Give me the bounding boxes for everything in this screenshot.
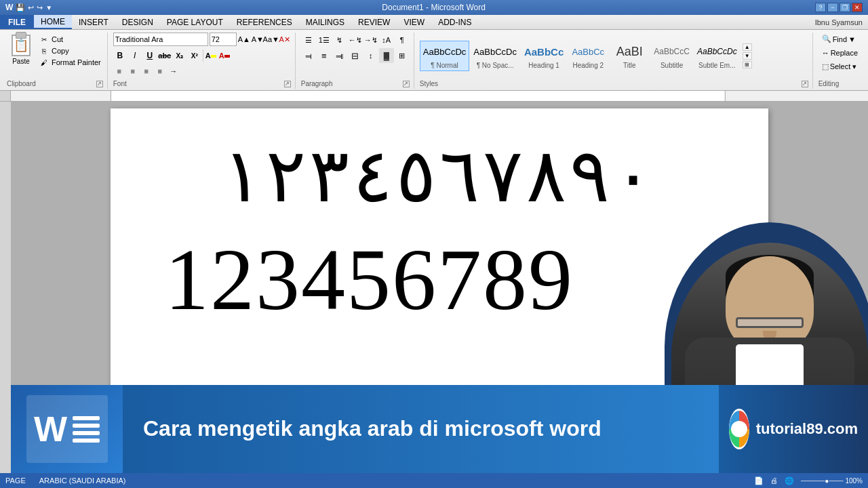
underline-button[interactable]: U: [143, 49, 157, 62]
word-lines: [73, 416, 100, 443]
align-center-button[interactable]: ≡: [127, 65, 139, 77]
menu-addins[interactable]: ADD-INS: [431, 15, 478, 29]
bullets-button[interactable]: ☰: [301, 33, 316, 47]
cut-button[interactable]: ✂ Cut: [37, 34, 103, 45]
tutorial-logo-center: [731, 421, 747, 437]
numbering-button[interactable]: 1☰: [317, 33, 332, 47]
line-spacing-button[interactable]: ↕: [363, 48, 378, 63]
font-color-button[interactable]: A: [218, 49, 231, 62]
font-expand[interactable]: ↗: [284, 81, 291, 87]
view-mode-print[interactable]: 🖨: [770, 476, 778, 485]
document-main: ١٢٣٤٥٦٧٨٩٠ 123456789: [11, 102, 868, 480]
menu-insert[interactable]: INSERT: [72, 15, 115, 29]
menu-page-layout[interactable]: PAGE LAYOUT: [160, 15, 230, 29]
file-menu[interactable]: FILE: [0, 15, 34, 29]
menu-home[interactable]: HOME: [34, 15, 72, 29]
find-button[interactable]: 🔍 Find ▼: [818, 33, 859, 45]
decrease-indent-button[interactable]: ←↯: [348, 33, 363, 47]
quick-redo[interactable]: ↪: [37, 3, 43, 12]
quick-more[interactable]: ▼: [45, 4, 52, 12]
ruler-area: [0, 91, 868, 102]
style-subtitle-label: Subtitle: [660, 62, 683, 69]
word-logo-box: W: [11, 385, 123, 473]
select-icon: ⬚: [822, 62, 829, 71]
help-button[interactable]: ?: [815, 3, 826, 12]
clipboard-small-buttons: ✂ Cut ⎘ Copy 🖌 Format Painter: [37, 33, 103, 68]
replace-button[interactable]: ↔ Replace: [818, 47, 861, 59]
font-shrink-button[interactable]: A▼: [252, 33, 264, 45]
align-right-para-button[interactable]: ⫥: [332, 48, 347, 63]
menu-view[interactable]: VIEW: [397, 15, 431, 29]
justify-para-button[interactable]: ⊟: [348, 48, 363, 63]
latin-numbers-text: 123456789: [165, 231, 714, 328]
style-subtleem-preview: AaBbCcDc: [697, 43, 737, 62]
sort-button[interactable]: ↕A: [379, 33, 394, 47]
select-button[interactable]: ⬚ Select ▾: [818, 60, 861, 73]
page-indicator[interactable]: PAGE: [5, 476, 26, 485]
shading-button[interactable]: ▓: [379, 48, 394, 63]
subscript-button[interactable]: X₂: [173, 49, 186, 62]
font-size-input[interactable]: [210, 33, 237, 46]
clipboard-expand[interactable]: ↗: [96, 81, 103, 87]
close-button[interactable]: ✕: [852, 3, 863, 12]
strikethrough-button[interactable]: abc: [158, 49, 172, 62]
menu-references[interactable]: REFERENCES: [230, 15, 299, 29]
font-family-input[interactable]: [113, 33, 208, 46]
align-left-button[interactable]: ≡: [113, 65, 125, 77]
style-subtle-em[interactable]: AaBbCcDc Subtle Em...: [694, 41, 741, 71]
style-title-preview: AaBI: [616, 43, 643, 62]
menu-mailings[interactable]: MAILINGS: [299, 15, 351, 29]
paste-button[interactable]: 📋 Paste: [7, 33, 35, 67]
align-left-para-button[interactable]: ⫤: [301, 48, 316, 63]
cut-label: Cut: [52, 35, 63, 43]
restore-button[interactable]: ❐: [840, 3, 850, 12]
horizontal-ruler: [11, 91, 868, 101]
menu-review[interactable]: REVIEW: [351, 15, 397, 29]
style-subtitle[interactable]: AaBbCcC Subtitle: [650, 41, 693, 71]
copy-button[interactable]: ⎘ Copy: [37, 45, 103, 56]
paragraph-expand[interactable]: ↗: [403, 81, 410, 87]
language-indicator[interactable]: ARABIC (SAUDI ARABIA): [39, 476, 126, 485]
view-mode-read[interactable]: 📄: [754, 476, 764, 485]
menu-design[interactable]: DESIGN: [115, 15, 160, 29]
superscript-button[interactable]: X²: [188, 49, 201, 62]
quick-save[interactable]: 💾: [16, 3, 25, 12]
multilevel-button[interactable]: ↯: [332, 33, 347, 47]
styles-scroll-down[interactable]: ▼: [743, 52, 752, 60]
word-logo-inner: W: [26, 395, 108, 463]
style-no-spacing[interactable]: AaBbCcDc ¶ No Spac...: [470, 41, 520, 71]
styles-scroll-up[interactable]: ▲: [743, 43, 752, 51]
view-mode-web[interactable]: 🌐: [785, 476, 794, 485]
bold-button[interactable]: B: [113, 49, 127, 62]
find-icon: 🔍: [822, 35, 831, 43]
highlight-color-button[interactable]: A: [205, 49, 217, 62]
style-heading1[interactable]: AaBbCc Heading 1: [521, 41, 567, 71]
borders-button[interactable]: ⊞: [395, 48, 410, 63]
change-case-button[interactable]: Aa▼: [265, 33, 277, 45]
font-grow-button[interactable]: A▲: [238, 33, 250, 45]
indent-button[interactable]: →: [167, 65, 180, 77]
increase-indent-button[interactable]: →↯: [363, 33, 378, 47]
bottom-overlay: W Cara mengetik angka arab di microsoft …: [11, 385, 868, 473]
style-heading2-label: Heading 2: [572, 62, 604, 69]
style-heading1-label: Heading 1: [528, 62, 559, 69]
window-title: Document1 - Microsoft Word: [52, 3, 815, 12]
clear-formatting-button[interactable]: A✕: [279, 33, 291, 45]
align-right-button[interactable]: ≡: [140, 65, 153, 77]
styles-expand[interactable]: ↗: [802, 81, 808, 87]
style-normal[interactable]: AaBbCcDc ¶ Normal: [420, 41, 470, 71]
style-normal-preview: AaBbCcDc: [423, 43, 467, 62]
quick-undo[interactable]: ↩: [28, 3, 34, 12]
minimize-button[interactable]: −: [827, 3, 838, 12]
style-title[interactable]: AaBI Title: [609, 41, 650, 71]
show-formatting-button[interactable]: ¶: [395, 33, 410, 47]
justify-button[interactable]: ≡: [154, 65, 166, 77]
styles-more[interactable]: ⊞: [743, 61, 752, 68]
zoom-slider[interactable]: ─────●─── 100%: [801, 477, 863, 485]
align-center-para-button[interactable]: ≡: [317, 48, 332, 63]
format-painter-button[interactable]: 🖌 Format Painter: [37, 57, 103, 68]
arabic-numbers-text: ١٢٣٤٥٦٧٨٩٠: [165, 136, 714, 218]
style-heading2[interactable]: AaBbCc Heading 2: [568, 41, 608, 71]
italic-button[interactable]: I: [128, 49, 142, 62]
tutorial-logo: [729, 409, 749, 449]
